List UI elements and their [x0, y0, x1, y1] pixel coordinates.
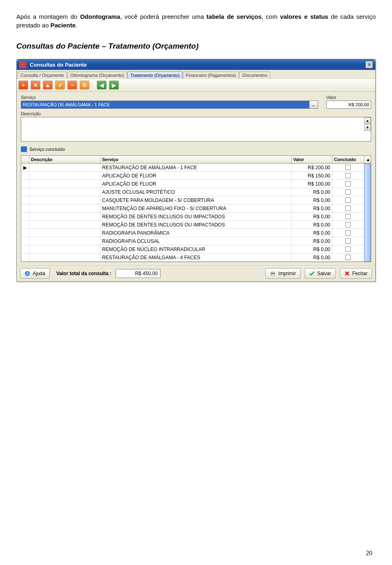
- tab-tratamento-or-amento-[interactable]: Tratamento (Orçamento): [127, 72, 183, 78]
- check-icon: [309, 271, 315, 276]
- cell-valor: R$ 200,00: [292, 164, 332, 171]
- svg-text:?: ?: [26, 271, 29, 276]
- cell-valor: R$ 150,00: [292, 172, 332, 179]
- cell-descricao: [29, 204, 100, 212]
- cell-concluido[interactable]: [332, 204, 364, 212]
- delete-button[interactable]: ✕: [31, 81, 40, 90]
- cell-concluido[interactable]: [332, 180, 364, 188]
- checkbox-icon: [345, 255, 351, 260]
- cell-servico: AJUSTE OCLUSAL PROTÉTICO: [100, 188, 292, 196]
- fechar-button[interactable]: Fechar: [340, 268, 372, 279]
- table-row[interactable]: RADIOGRAFIA OCLUSALR$ 0,00: [21, 237, 371, 245]
- row-marker: ▶: [21, 164, 29, 171]
- row-marker: [21, 221, 29, 229]
- scroll-up-icon[interactable]: ▲: [364, 117, 371, 124]
- servico-label: Serviço: [21, 95, 318, 100]
- cell-concluido[interactable]: [332, 245, 364, 253]
- table-row[interactable]: MANUTENÇÃO DE APARELHO FIXO - S/ COBERTU…: [21, 204, 371, 213]
- descricao-label: Descrição: [21, 111, 371, 116]
- cell-concluido[interactable]: [332, 188, 364, 196]
- checkbox-icon: [345, 230, 351, 235]
- salvar-button[interactable]: Salvar: [305, 268, 336, 279]
- checkbox-icon: [345, 197, 351, 203]
- servico-concluido-checkbox-row[interactable]: Serviço concluído: [21, 146, 371, 152]
- total-label: Valor total da consulta :: [56, 271, 111, 276]
- ajuda-label: Ajuda: [33, 271, 45, 276]
- cell-concluido[interactable]: [332, 164, 364, 171]
- close-red-icon: [344, 271, 350, 276]
- table-row[interactable]: APLICAÇÃO DE FLUORR$ 100,00: [21, 180, 371, 188]
- refresh-button[interactable]: ↻: [80, 81, 89, 90]
- row-marker: [21, 180, 29, 188]
- table-row[interactable]: RESTAURAÇÃO DE AMÁLGAMA - 4 FACESR$ 0,00: [21, 253, 371, 262]
- tab-odontograma-or-amento-[interactable]: Odontograma (Orçamento): [67, 72, 127, 78]
- grid-body: ▶RESTAURAÇÃO DE AMÁLGAMA - 1 FACER$ 200,…: [21, 164, 371, 262]
- checkbox-icon: [345, 238, 351, 244]
- grid-header-valor[interactable]: Valor: [292, 156, 332, 163]
- tab-financeiro-pagamentos-[interactable]: Financeiro (Pagamentos): [183, 72, 239, 78]
- row-marker: [21, 172, 29, 179]
- imprimir-label: Imprimir: [278, 271, 296, 276]
- grid-header-servico[interactable]: Serviço: [100, 156, 292, 163]
- cell-servico: MANUTENÇÃO DE APARELHO FIXO - S/ COBERTU…: [100, 204, 292, 212]
- grid-header-marker: [21, 156, 29, 163]
- prev-button[interactable]: ◀: [97, 81, 107, 90]
- cell-concluido[interactable]: [332, 196, 364, 204]
- up-button[interactable]: ▲: [43, 81, 53, 90]
- servico-lookup-button[interactable]: …: [309, 101, 318, 109]
- salvar-label: Salvar: [317, 271, 331, 276]
- section-heading: Consultas do Paciente – Tratamento (Orça…: [16, 42, 376, 51]
- table-row[interactable]: RADIOGRAFIA PANORÂMICAR$ 0,00: [21, 229, 371, 237]
- table-row[interactable]: REMOÇÃO DE NÚCLEO INTRARRADICULARR$ 0,00: [21, 245, 371, 253]
- tab-documentos[interactable]: Documentos: [239, 72, 270, 78]
- cell-descricao: [29, 180, 100, 188]
- help-icon: ?: [24, 271, 30, 276]
- descricao-textarea[interactable]: ▲ ▼: [21, 117, 371, 141]
- table-row[interactable]: REMOÇÃO DE DENTES INCLUSOS OU IMPACTADOS…: [21, 221, 371, 229]
- form-area: Serviço RESTAURAÇÃO DE AMÁLGAMA - 1 FACE…: [17, 92, 375, 265]
- valor-input[interactable]: [326, 101, 371, 109]
- imprimir-button[interactable]: Imprimir: [265, 268, 300, 279]
- cell-concluido[interactable]: [332, 221, 364, 229]
- cell-concluido[interactable]: [332, 237, 364, 245]
- cell-descricao: [29, 172, 100, 179]
- confirm-button[interactable]: ✓: [55, 81, 65, 90]
- checkbox-icon: [21, 146, 27, 152]
- tab-consulta-or-amento[interactable]: Consulta / Orçamento: [18, 72, 67, 78]
- remove-button[interactable]: −: [67, 81, 77, 90]
- cell-servico: APLICAÇÃO DE FLUOR: [100, 172, 292, 179]
- scroll-down-icon[interactable]: ▼: [364, 124, 371, 131]
- cell-servico: RADIOGRAFIA OCLUSAL: [100, 237, 292, 245]
- grid-header-descricao[interactable]: Descrição: [29, 156, 100, 163]
- row-marker: [21, 229, 29, 237]
- cell-descricao: [29, 245, 100, 253]
- table-row[interactable]: CASQUETE PARA MOLDAGEM - S/ COBERTURAR$ …: [21, 196, 371, 204]
- cell-concluido[interactable]: [332, 213, 364, 220]
- close-icon[interactable]: ✕: [365, 61, 373, 68]
- grid-header-scroll: ▲: [364, 156, 371, 163]
- cell-concluido[interactable]: [332, 172, 364, 179]
- window-title: Consultas do Paciente: [30, 62, 365, 68]
- ajuda-button[interactable]: ? Ajuda: [20, 268, 50, 279]
- svg-rect-3: [272, 271, 274, 273]
- table-row[interactable]: ▶RESTAURAÇÃO DE AMÁLGAMA - 1 FACER$ 200,…: [21, 164, 371, 172]
- cell-descricao: [29, 164, 100, 171]
- tabstrip: Consulta / OrçamentoOdontograma (Orçamen…: [17, 70, 375, 79]
- next-button[interactable]: ▶: [109, 81, 119, 90]
- servico-combobox[interactable]: RESTAURAÇÃO DE AMÁLGAMA - 1 FACE: [21, 101, 309, 109]
- table-row[interactable]: AJUSTE OCLUSAL PROTÉTICOR$ 0,00: [21, 188, 371, 196]
- table-row[interactable]: REMOÇÃO DE DENTES INCLUSOS OU IMPACTADOS…: [21, 213, 371, 221]
- grid-header-concluido[interactable]: Concluído: [332, 156, 364, 163]
- servicos-grid: Descrição Serviço Valor Concluído ▲ ▶RES…: [21, 155, 371, 262]
- cell-servico: REMOÇÃO DE NÚCLEO INTRARRADICULAR: [100, 245, 292, 253]
- cell-servico: RESTAURAÇÃO DE AMÁLGAMA - 1 FACE: [100, 164, 292, 171]
- cell-servico: RESTAURAÇÃO DE AMÁLGAMA - 4 FACES: [100, 253, 292, 261]
- cell-concluido[interactable]: [332, 253, 364, 261]
- grid-scrollbar[interactable]: [364, 164, 371, 262]
- table-row[interactable]: APLICAÇÃO DE FLUORR$ 150,00: [21, 172, 371, 180]
- cell-valor: R$ 0,00: [292, 188, 332, 196]
- cell-concluido[interactable]: [332, 229, 364, 237]
- add-button[interactable]: +: [18, 81, 28, 90]
- checkbox-icon: [345, 206, 351, 211]
- cell-descricao: [29, 253, 100, 261]
